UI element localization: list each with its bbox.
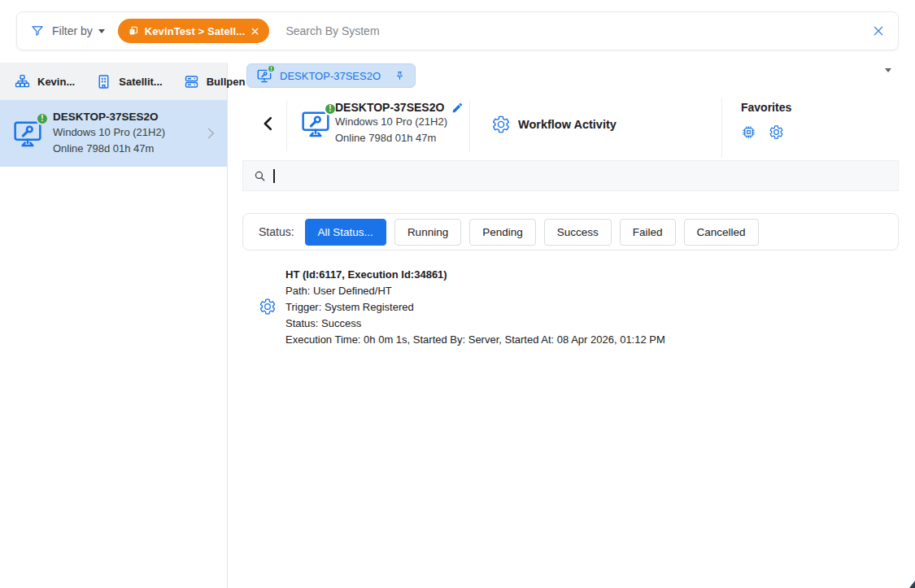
- building-icon: [95, 73, 112, 90]
- open-system-tab-chip[interactable]: ! DESKTOP-37SES2O: [246, 63, 416, 88]
- cpu-chip-icon[interactable]: [741, 124, 756, 140]
- activity-path: Path: User Defined/HT: [285, 283, 665, 299]
- chevron-right-icon[interactable]: [204, 124, 217, 142]
- workflow-search-box[interactable]: [242, 160, 899, 191]
- header-divider: [286, 101, 287, 151]
- system-uptime: Online 798d 01h 47m: [53, 141, 165, 157]
- sidebar-tab-kevin[interactable]: Kevin...: [14, 73, 75, 90]
- favorites-gear-icon[interactable]: [769, 124, 784, 140]
- system-monitor-wrench-icon: !: [299, 107, 332, 140]
- group-copy-icon: [128, 25, 139, 37]
- filter-chip-label: KevinTest > Satell...: [145, 25, 246, 37]
- header-system-uptime: Online 798d 01h 47m: [335, 130, 464, 146]
- workflow-activity-title: Workflow Activity: [518, 118, 617, 131]
- status-option-failed[interactable]: Failed: [620, 219, 676, 246]
- activity-title: HT (Id:6117, Execution Id:34861): [285, 267, 665, 283]
- system-name: DESKTOP-37SES2O: [53, 111, 165, 123]
- system-list-item[interactable]: ! DESKTOP-37SES2O Windows 10 Pro (21H2) …: [0, 100, 227, 167]
- edit-pencil-icon[interactable]: [451, 102, 464, 114]
- text-cursor: [273, 169, 275, 183]
- app-root: Filter by KevinTest > Satell...: [0, 0, 915, 588]
- clear-search-icon[interactable]: [872, 24, 885, 37]
- status-option-running[interactable]: Running: [394, 219, 461, 246]
- system-monitor-wrench-icon: !: [11, 117, 44, 150]
- sidebar-tabstrip: Kevin... Satellit...: [0, 63, 227, 100]
- activity-execution: Execution Time: 0h 0m 1s, Started By: Se…: [285, 332, 665, 348]
- header-divider: [721, 98, 722, 158]
- activity-trigger: Trigger: System Registered: [285, 299, 665, 316]
- favorites-title: Favorites: [741, 101, 791, 114]
- header-system-name: DESKTOP-37SES2O: [335, 101, 444, 114]
- system-monitor-wrench-icon: !: [256, 68, 272, 84]
- resize-corner-mark: [909, 581, 915, 588]
- sidebar-tab-label: Bullpen: [207, 76, 246, 88]
- org-chart-icon: [14, 73, 31, 90]
- filter-caret-down-icon[interactable]: [98, 29, 105, 33]
- filter-by-label[interactable]: Filter by: [52, 24, 93, 37]
- global-filter-bar: Filter by KevinTest > Satell...: [16, 11, 899, 50]
- system-tab-label: DESKTOP-37SES2O: [280, 70, 381, 82]
- workflow-gear-icon: [491, 115, 511, 134]
- favorites-section: Favorites: [741, 101, 791, 140]
- sidebar-tab-label: Kevin...: [37, 76, 75, 88]
- panel-collapse-caret-icon[interactable]: [885, 68, 891, 72]
- filter-chip-remove-icon[interactable]: [251, 27, 259, 36]
- sidebar-tab-bullpen[interactable]: Bullpen: [183, 73, 246, 90]
- activity-gear-icon: [259, 298, 277, 348]
- status-option-pending[interactable]: Pending: [469, 219, 536, 246]
- search-by-system-input[interactable]: [285, 24, 872, 37]
- sidebar-tab-satellite[interactable]: Satellit...: [95, 73, 162, 90]
- status-filter-buttons: All Status...RunningPendingSuccessFailed…: [305, 219, 759, 246]
- header-divider: [469, 101, 470, 151]
- search-icon: [253, 169, 267, 183]
- filter-funnel-icon[interactable]: [30, 24, 45, 38]
- status-label: Status:: [259, 225, 294, 238]
- server-stack-icon: [183, 73, 200, 90]
- active-filter-chip[interactable]: KevinTest > Satell...: [118, 19, 270, 43]
- back-button[interactable]: [258, 113, 279, 134]
- systems-sidebar: Kevin... Satellit...: [0, 63, 228, 588]
- status-option-success[interactable]: Success: [544, 219, 612, 246]
- online-alert-badge-icon: !: [36, 112, 49, 125]
- pin-icon[interactable]: [394, 70, 406, 82]
- workflow-activity-item[interactable]: HT (Id:6117, Execution Id:34861) Path: U…: [259, 267, 665, 348]
- status-filter-bar: Status: All Status...RunningPendingSucce…: [242, 213, 899, 250]
- status-option-cancelled[interactable]: Cancelled: [684, 219, 759, 246]
- online-alert-badge-icon: !: [267, 64, 276, 73]
- activity-status: Status: Success: [285, 316, 665, 332]
- header-system-os: Windows 10 Pro (21H2): [335, 114, 464, 130]
- system-os: Windows 10 Pro (21H2): [53, 124, 165, 141]
- system-header-info: DESKTOP-37SES2O Windows 10 Pro (21H2) On…: [335, 101, 464, 146]
- status-option-all-status[interactable]: All Status...: [305, 219, 386, 246]
- sidebar-tab-label: Satellit...: [119, 76, 162, 88]
